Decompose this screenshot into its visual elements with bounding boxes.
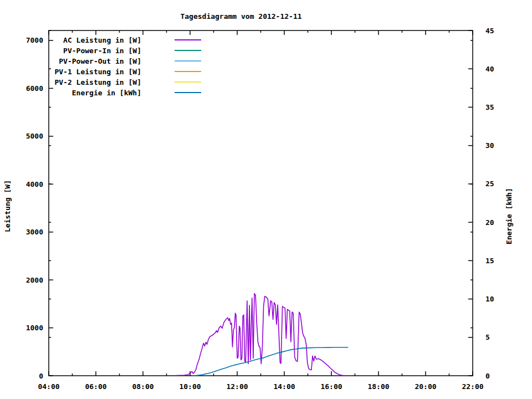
y-left-tick-label: 3000: [26, 228, 43, 236]
series-energie-in-kwh-: [192, 347, 348, 376]
legend-label: PV-1 Leistung in [W]: [54, 68, 141, 76]
y-left-tick-label: 0: [39, 372, 43, 380]
y-right-tick-label: 30: [485, 141, 494, 150]
y-left-tick-label: 1000: [26, 324, 43, 332]
legend-label: PV-Power-In in [W]: [63, 47, 141, 55]
y-right-tick-label: 25: [485, 180, 494, 188]
legend-label: AC Leistung in [W]: [63, 36, 141, 44]
y-left-tick-label: 6000: [26, 84, 43, 93]
x-tick-label: 06:00: [85, 382, 106, 391]
y-left-tick-label: 4000: [26, 180, 43, 188]
x-tick-label: 18:00: [367, 382, 389, 391]
y-right-tick-label: 15: [485, 257, 494, 265]
x-tick-label: 10:00: [179, 382, 201, 391]
legend-label: PV-Power-Out in [W]: [59, 57, 141, 65]
series-ac-leistung-in-w-: [173, 294, 347, 376]
y-right-tick-label: 45: [485, 27, 494, 35]
y-right-tick-label: 10: [485, 295, 494, 303]
legend-label: Energie in [kWh]: [72, 89, 141, 97]
y-right-tick-label: 0: [485, 372, 490, 380]
x-tick-label: 12:00: [226, 382, 248, 391]
x-tick-label: 04:00: [38, 382, 59, 391]
y-left-tick-label: 2000: [26, 276, 43, 284]
x-tick-label: 14:00: [273, 382, 295, 391]
x-tick-label: 20:00: [415, 382, 436, 391]
pv-day-chart: 04:0006:0008:0010:0012:0014:0016:0018:00…: [0, 0, 532, 399]
x-tick-label: 22:00: [462, 382, 483, 391]
y-right-tick-label: 20: [485, 218, 494, 227]
y-left-tick-label: 5000: [26, 132, 43, 140]
x-tick-label: 08:00: [132, 382, 154, 391]
y-right-tick-label: 40: [485, 65, 494, 73]
y-left-axis-title: Leistung [W]: [3, 180, 12, 232]
tagesdiagramm-window: Tagesdiagramm vom 2012-12-11 04:0006:000…: [0, 0, 532, 399]
y-left-tick-label: 7000: [26, 36, 43, 44]
y-right-axis-title: Energie [kWh]: [505, 188, 513, 244]
y-right-tick-label: 5: [485, 333, 490, 341]
x-tick-label: 16:00: [320, 382, 342, 391]
y-right-tick-label: 35: [485, 103, 494, 111]
legend-label: PV-2 Leistung in [W]: [54, 78, 141, 86]
